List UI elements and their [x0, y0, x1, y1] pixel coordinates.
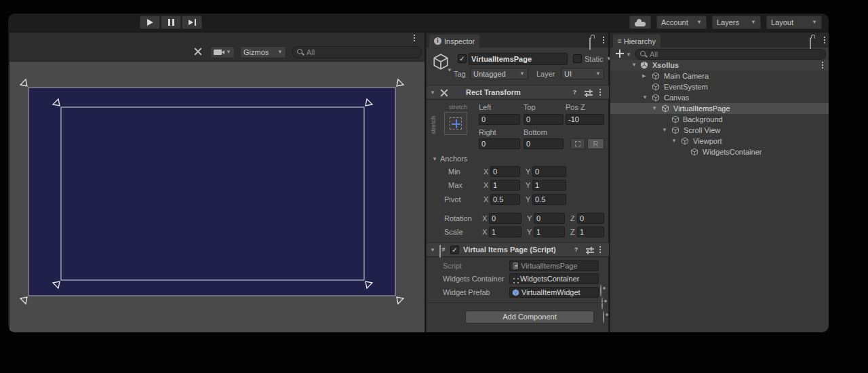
- tools-icon: [194, 47, 202, 56]
- script-component-header[interactable]: ▼ ✓ Virtual Items Page (Script): [427, 242, 609, 257]
- rotation-label: Rotation: [444, 214, 472, 223]
- tab-inspector[interactable]: Inspector: [429, 35, 479, 47]
- anchor-min-x-field[interactable]: 0: [490, 166, 520, 177]
- hierarchy-item-main-camera[interactable]: ▶ Main Camera: [610, 71, 829, 81]
- static-checkbox[interactable]: [573, 54, 582, 63]
- object-picker-icon[interactable]: [600, 284, 601, 297]
- scene-gizmos[interactable]: [9, 62, 425, 332]
- right-field[interactable]: 0: [479, 138, 520, 149]
- scene-search-value: All: [307, 48, 315, 57]
- scene-search-field[interactable]: All: [292, 46, 422, 58]
- scale-z-field[interactable]: 1: [577, 227, 604, 237]
- expand-arrow-icon[interactable]: ▼: [662, 127, 667, 133]
- foldout-arrow-icon[interactable]: ▼: [430, 248, 435, 253]
- anchors-label: Anchors: [440, 155, 467, 163]
- axis-z-label: Z: [570, 228, 575, 237]
- pivot-x-field[interactable]: 0.5: [490, 194, 520, 205]
- kebab-menu-icon[interactable]: [822, 62, 823, 63]
- script-object-field[interactable]: VirtualItemsPage: [509, 260, 599, 271]
- chevron-down-icon[interactable]: ▼: [626, 52, 631, 58]
- hierarchy-item-scroll-view[interactable]: ▼ Scroll View: [610, 125, 829, 136]
- screenshot-stage: Account ▼ Layers ▼ Layout ▼ ▼ Gizmos: [0, 0, 868, 373]
- widget-prefab-field[interactable]: VirtualItemWidget: [509, 287, 599, 298]
- object-picker-icon[interactable]: [603, 311, 604, 323]
- active-checkbox[interactable]: ✓: [458, 54, 467, 63]
- blueprint-mode-button[interactable]: [570, 138, 585, 149]
- scene-viewport[interactable]: [9, 61, 425, 332]
- expand-arrow-icon[interactable]: ▼: [652, 106, 657, 111]
- hierarchy-item-label: Canvas: [664, 94, 689, 102]
- rotation-x-field[interactable]: 0: [489, 213, 521, 224]
- layer-dropdown[interactable]: UI ▼: [561, 68, 604, 79]
- hierarchy-search-field[interactable]: All: [635, 49, 826, 60]
- bottom-field[interactable]: 0: [524, 138, 564, 149]
- rotation-y-field[interactable]: 0: [534, 213, 565, 224]
- pivot-label: Pivot: [444, 195, 460, 204]
- gameobject-icon: [652, 94, 660, 102]
- scene-camera-button[interactable]: ▼: [210, 46, 235, 58]
- hierarchy-item-viewport[interactable]: ▼ Viewport: [610, 136, 829, 146]
- hierarchy-item-widgetscontainer[interactable]: WidgetsContainer: [610, 146, 829, 157]
- hierarchy-item-eventsystem[interactable]: EventSystem: [610, 81, 829, 92]
- step-button[interactable]: [182, 16, 202, 29]
- layout-menu-button[interactable]: Layout ▼: [766, 16, 822, 29]
- rect-transform-ref-icon: [513, 278, 515, 279]
- account-menu-button[interactable]: Account ▼: [656, 16, 707, 29]
- anchor-max-x-field[interactable]: 1: [490, 180, 520, 191]
- hierarchy-item-background[interactable]: Background: [610, 114, 829, 125]
- gameobject-icon-picker[interactable]: ▼: [447, 68, 452, 73]
- kebab-menu-icon[interactable]: [599, 89, 601, 90]
- anchor-preset-button[interactable]: [444, 112, 467, 135]
- raw-edit-mode-button[interactable]: R: [587, 138, 604, 149]
- hierarchy-item-canvas[interactable]: ▼ Canvas: [610, 92, 829, 103]
- tab-hierarchy[interactable]: ≡ Hierarchy: [613, 35, 660, 47]
- kebab-menu-icon[interactable]: [599, 246, 601, 248]
- scene-view-menu-button[interactable]: [414, 35, 415, 36]
- search-icon: [296, 48, 304, 56]
- expand-arrow-icon[interactable]: ▼: [642, 95, 648, 100]
- scale-y-field[interactable]: 1: [534, 227, 565, 237]
- rect-transform-header[interactable]: ▼ Rect Transform: [427, 85, 609, 100]
- scale-x-field[interactable]: 1: [489, 227, 521, 237]
- scene-tools-button[interactable]: [194, 47, 202, 56]
- gameobject-icon: [652, 83, 660, 91]
- kebab-menu-icon[interactable]: [824, 37, 825, 38]
- anchor-max-y-field[interactable]: 1: [532, 180, 566, 191]
- left-field[interactable]: 0: [479, 114, 520, 125]
- plus-icon: [616, 50, 624, 58]
- foldout-arrow-icon[interactable]: ▼: [430, 90, 435, 96]
- tag-dropdown[interactable]: Untagged ▼: [470, 68, 528, 79]
- static-label: Static: [585, 55, 604, 64]
- top-field[interactable]: 0: [524, 114, 564, 125]
- gameobject-icon: [681, 137, 689, 145]
- hierarchy-item-virtualitemspage[interactable]: ▼ VirtualItemsPage: [610, 103, 829, 114]
- gizmos-dropdown[interactable]: Gizmos ▼: [240, 46, 286, 58]
- anchors-foldout-icon[interactable]: ▼: [432, 157, 437, 162]
- info-icon: [434, 37, 441, 45]
- create-object-button[interactable]: [616, 50, 624, 58]
- expand-arrow-icon[interactable]: ▼: [631, 62, 637, 68]
- anchor-min-y-field[interactable]: 0: [532, 166, 566, 177]
- kebab-menu-icon[interactable]: [603, 37, 604, 38]
- widgets-container-field[interactable]: WidgetsContainer: [509, 273, 599, 284]
- hierarchy-item-scene[interactable]: ▼ Xsollus: [610, 60, 829, 71]
- chevron-down-icon: ▼: [277, 50, 283, 55]
- rotation-z-field[interactable]: 0: [577, 213, 604, 224]
- posz-field[interactable]: -10: [566, 114, 604, 125]
- axis-x-label: X: [484, 168, 488, 176]
- expand-arrow-icon[interactable]: ▼: [671, 138, 677, 144]
- play-button[interactable]: [140, 16, 160, 29]
- gameobject-name-input[interactable]: [469, 53, 568, 65]
- cloud-services-button[interactable]: [629, 16, 651, 29]
- pivot-y-field[interactable]: 0.5: [532, 194, 566, 205]
- expand-arrow-icon[interactable]: ▶: [642, 73, 646, 79]
- axis-y-label: Y: [526, 195, 530, 204]
- axis-y-label: Y: [527, 214, 532, 223]
- object-picker-icon[interactable]: [601, 297, 603, 310]
- component-enabled-checkbox[interactable]: ✓: [450, 246, 459, 254]
- lock-icon[interactable]: [589, 37, 591, 50]
- pause-button[interactable]: [161, 16, 181, 29]
- add-component-button[interactable]: Add Component: [465, 311, 594, 323]
- layers-menu-button[interactable]: Layers ▼: [712, 16, 761, 29]
- rect-transform-title: Rect Transform: [466, 88, 521, 97]
